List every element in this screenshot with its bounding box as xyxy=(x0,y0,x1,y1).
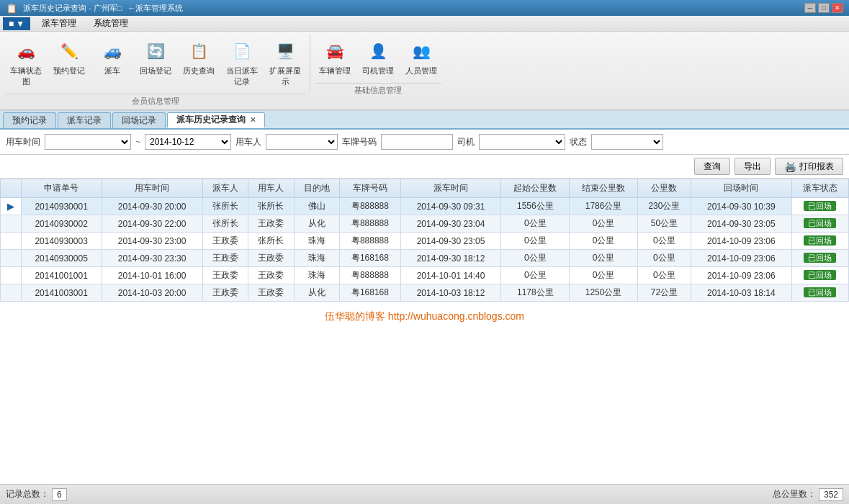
th-km: 公里数 xyxy=(637,179,691,198)
toolbar-group-label-member: 会员信息管理 xyxy=(6,94,305,107)
query-button[interactable]: 查询 xyxy=(694,158,730,175)
cell-dispatcher: 王政委 xyxy=(202,284,248,302)
table-row[interactable]: 201409300032014-09-30 23:00王政委张所长珠海粤8888… xyxy=(1,233,849,250)
th-end-km: 结束公里数 xyxy=(570,179,638,198)
record-count-item: 记录总数： 6 xyxy=(6,488,67,501)
row-indicator-cell xyxy=(1,267,22,284)
logo-button[interactable]: ■ ▼ xyxy=(3,17,30,30)
cell-start-km: 0公里 xyxy=(501,233,570,250)
menu-item-dispatch[interactable]: 派车管理 xyxy=(33,16,85,31)
toolbar-btn-today-dispatch[interactable]: 📄 当日派车记录 xyxy=(222,35,262,91)
row-indicator: ▶ xyxy=(7,202,14,212)
use-time-from-select[interactable] xyxy=(45,134,131,150)
cell-dispatcher: 王政委 xyxy=(202,233,248,250)
th-destination: 目的地 xyxy=(294,179,340,198)
cell-user: 王政委 xyxy=(248,267,295,284)
date-separator: ~ xyxy=(135,137,140,147)
driver-label: 司机 xyxy=(457,136,475,148)
cell-end-km: 0公里 xyxy=(570,267,638,284)
table-header-row: 申请单号 用车时间 派车人 用车人 目的地 车牌号码 派车时间 起始公里数 结束… xyxy=(1,179,849,198)
th-use-time: 用车时间 xyxy=(102,179,202,198)
toolbar-btn-driver-mgmt[interactable]: 👤 司机管理 xyxy=(358,35,398,80)
status-badge: 已回场 xyxy=(804,201,836,211)
cell-end-km: 0公里 xyxy=(570,215,638,233)
cell-status: 已回场 xyxy=(791,267,848,284)
status-select[interactable] xyxy=(591,134,663,150)
table-row[interactable]: 201409300052014-09-30 23:30王政委王政委珠海粤1681… xyxy=(1,250,849,267)
use-time-to-select[interactable]: 2014-10-12 xyxy=(145,134,231,150)
table-row[interactable]: 201410010012014-10-01 16:00王政委王政委珠海粤8888… xyxy=(1,267,849,284)
history-icon: 📋 xyxy=(186,38,212,64)
cell-km: 230公里 xyxy=(637,198,691,215)
cell-start-km: 0公里 xyxy=(501,267,570,284)
driver-mgmt-icon: 👤 xyxy=(365,38,391,64)
cell-end-km: 1250公里 xyxy=(570,284,638,302)
user-select[interactable] xyxy=(266,134,338,150)
cell-user: 张所长 xyxy=(248,198,295,215)
toolbar-label-reservation: 预约登记 xyxy=(53,66,85,76)
cell-return-time: 2014-09-30 10:39 xyxy=(691,198,791,215)
tab-dispatch[interactable]: 派车记录 xyxy=(58,112,111,128)
row-indicator-cell xyxy=(1,215,22,233)
toolbar-btn-return[interactable]: 🔄 回场登记 xyxy=(135,35,176,91)
tab-reservation-label: 预约记录 xyxy=(12,114,47,127)
cell-use-time: 2014-10-01 16:00 xyxy=(102,267,202,284)
tab-reservation[interactable]: 预约记录 xyxy=(3,112,56,128)
cell-return-time: 2014-10-03 18:14 xyxy=(691,284,791,302)
toolbar-items-row: 🚗 车辆状态图 ✏️ 预约登记 🚙 派车 🔄 回场登记 📋 历史查询 📄 xyxy=(6,35,305,91)
tab-history-label: 派车历史记录查询 xyxy=(176,114,246,126)
toolbar-btn-person-mgmt[interactable]: 👥 人员管理 xyxy=(401,35,441,80)
watermark: 伍华聪的博客 http://wuhuacong.cnblogs.com xyxy=(0,302,849,332)
toolbar-btn-history[interactable]: 📋 历史查询 xyxy=(179,35,219,91)
tab-history[interactable]: 派车历史记录查询 ✕ xyxy=(167,112,265,128)
cell-destination: 佛山 xyxy=(294,198,340,215)
status-label: 状态 xyxy=(570,136,587,148)
row-indicator-cell xyxy=(1,233,22,250)
plate-no-input[interactable] xyxy=(381,134,453,150)
vehicle-status-icon: 🚗 xyxy=(13,38,39,64)
cell-destination: 珠海 xyxy=(294,250,340,267)
cell-km: 0公里 xyxy=(637,267,691,284)
toolbar-btn-vehicle-status[interactable]: 🚗 车辆状态图 xyxy=(6,35,46,91)
close-button[interactable]: ✕ xyxy=(832,3,843,13)
table-row[interactable]: ▶201409300012014-09-30 20:00张所长张所长佛山粤888… xyxy=(1,198,849,215)
toolbar-label-person-mgmt: 人员管理 xyxy=(405,66,437,76)
print-label: 打印报表 xyxy=(799,161,834,173)
table-row[interactable]: 201409300022014-09-30 22:00张所长王政委从化粤8888… xyxy=(1,215,849,233)
export-button[interactable]: 导出 xyxy=(735,158,771,175)
km-label: 总公里数： xyxy=(773,488,816,500)
cell-dispatch-time: 2014-09-30 23:04 xyxy=(400,215,501,233)
window-controls: ─ □ ✕ xyxy=(804,3,843,13)
toolbar-label-today-dispatch: 当日派车记录 xyxy=(224,66,260,87)
toolbar-btn-vehicle-mgmt[interactable]: 🚘 车辆管理 xyxy=(315,35,355,80)
maximize-button[interactable]: □ xyxy=(818,3,830,13)
toolbar-btn-dispatch[interactable]: 🚙 派车 xyxy=(92,35,132,91)
status-badge: 已回场 xyxy=(804,235,836,246)
cell-use-time: 2014-10-03 20:00 xyxy=(102,284,202,302)
toolbar-btn-reservation[interactable]: ✏️ 预约登记 xyxy=(49,35,89,91)
toolbar-label-driver-mgmt: 司机管理 xyxy=(362,66,394,76)
driver-select[interactable] xyxy=(479,134,565,150)
tab-close-icon[interactable]: ✕ xyxy=(250,116,256,124)
print-button[interactable]: 🖨️ 打印报表 xyxy=(775,158,843,175)
cell-use-time: 2014-09-30 20:00 xyxy=(102,198,202,215)
menu-bar: ■ ▼ 派车管理 系统管理 xyxy=(0,16,849,32)
th-start-km: 起始公里数 xyxy=(501,179,570,198)
table-row[interactable]: 201410030012014-10-03 20:00王政委王政委从化粤1681… xyxy=(1,284,849,302)
toolbar-label-history: 历史查询 xyxy=(183,66,215,76)
th-return-time: 回场时间 xyxy=(691,179,791,198)
tab-return[interactable]: 回场记录 xyxy=(112,112,166,128)
record-count: 6 xyxy=(52,488,67,501)
th-dispatcher: 派车人 xyxy=(202,179,248,198)
km-count: 352 xyxy=(819,488,843,501)
minimize-button[interactable]: ─ xyxy=(804,3,816,13)
menu-item-system[interactable]: 系统管理 xyxy=(85,16,137,31)
table-container: 申请单号 用车时间 派车人 用车人 目的地 车牌号码 派车时间 起始公里数 结束… xyxy=(0,179,849,484)
record-label: 记录总数： xyxy=(6,488,49,500)
toolbar-btn-expand[interactable]: 🖥️ 扩展屏显示 xyxy=(265,35,305,91)
plate-no-label: 车牌号码 xyxy=(342,136,377,148)
today-dispatch-icon: 📄 xyxy=(229,38,255,64)
main-content: 预约记录 派车记录 回场记录 派车历史记录查询 ✕ 用车时间 ~ 2014-10… xyxy=(0,111,849,504)
cell-use-time: 2014-09-30 23:00 xyxy=(102,233,202,250)
cell-dispatch-time: 2014-10-03 18:12 xyxy=(400,284,501,302)
